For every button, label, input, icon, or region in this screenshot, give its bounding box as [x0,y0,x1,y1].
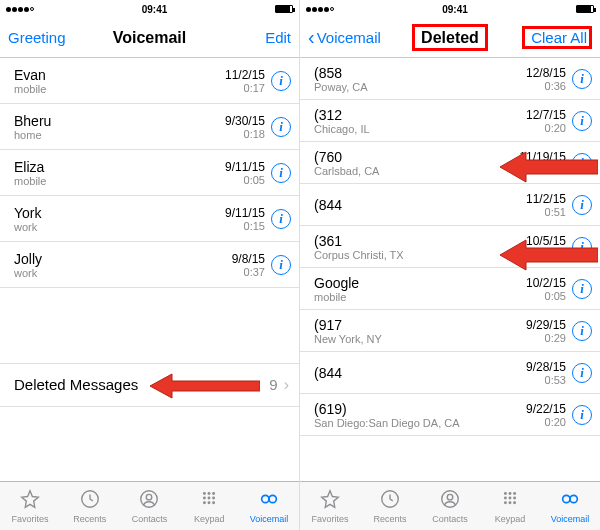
voicemail-row[interactable]: Googlemobile10/2/150:05i [300,268,600,310]
caller-name: (312 [314,107,526,123]
contacts-icon [138,488,160,512]
caller-name: (361 [314,233,526,249]
tab-favorites[interactable]: Favorites [300,482,360,530]
info-icon[interactable]: i [572,237,592,257]
info-icon[interactable]: i [572,279,592,299]
info-icon[interactable]: i [572,321,592,341]
svg-point-21 [509,492,512,495]
call-duration: 0:29 [545,332,566,344]
call-duration: 0:15 [244,220,265,232]
voicemail-row[interactable]: (917New York, NY9/29/150:29i [300,310,600,352]
svg-marker-0 [150,374,260,398]
voicemail-row[interactable]: (760Carlsbad, CA11/19/150:19i [300,142,600,184]
voicemail-row[interactable]: (619)San Diego:San Diego DA, CA9/22/150:… [300,394,600,436]
tab-label: Favorites [311,514,348,524]
call-duration: 0:36 [545,80,566,92]
tab-bar: FavoritesRecentsContactsKeypadVoicemail [300,481,600,530]
call-duration: 0:05 [545,290,566,302]
tab-label: Contacts [132,514,168,524]
call-duration: 0:19 [545,164,566,176]
info-icon[interactable]: i [572,111,592,131]
tab-contacts[interactable]: Contacts [420,482,480,530]
call-date: 9/11/15 [225,206,265,220]
call-date: 11/2/15 [526,192,566,206]
caller-sub: mobile [14,175,225,187]
tab-recents[interactable]: Recents [60,482,120,530]
nav-bar: Greeting Voicemail Edit [0,18,299,58]
greeting-button[interactable]: Greeting [8,29,78,46]
tab-label: Recents [73,514,106,524]
caller-name: (619) [314,401,526,417]
call-date: 11/19/15 [519,150,566,164]
info-icon[interactable]: i [572,195,592,215]
call-date: 9/29/15 [526,318,566,332]
voicemail-row[interactable]: Jollywork9/8/150:37i [0,242,299,288]
tab-contacts[interactable]: Contacts [120,482,180,530]
svg-point-14 [269,495,276,502]
voicemail-row[interactable]: Bheruhome9/30/150:18i [0,104,299,150]
voicemail-row[interactable]: Evanmobile11/2/150:17i [0,58,299,104]
caller-sub: New York, NY [314,333,526,345]
caller-name: (844 [314,365,526,381]
call-date: 12/7/15 [526,108,566,122]
info-icon[interactable]: i [572,405,592,425]
voicemail-row[interactable]: (8449/28/150:53i [300,352,600,394]
deleted-messages-row[interactable]: Deleted Messages 9 › [0,363,299,407]
call-date: 10/5/15 [526,234,566,248]
tab-label: Keypad [495,514,526,524]
tab-keypad[interactable]: Keypad [480,482,540,530]
voicemail-row[interactable]: Elizamobile9/11/150:05i [0,150,299,196]
svg-point-11 [208,501,211,504]
tab-label: Contacts [432,514,468,524]
edit-button[interactable]: Edit [221,29,291,46]
tab-label: Recents [373,514,406,524]
info-icon[interactable]: i [572,363,592,383]
chevron-left-icon: ‹ [308,27,315,47]
call-duration: 0:05 [244,174,265,186]
caller-name: Evan [14,67,225,83]
info-icon[interactable]: i [271,163,291,183]
nav-bar: ‹Voicemail Deleted Clear All [300,18,600,58]
caller-sub: Carlsbad, CA [314,165,519,177]
info-icon[interactable]: i [572,69,592,89]
caller-name: (858 [314,65,526,81]
clear-all-button[interactable]: Clear All [522,26,592,49]
info-icon[interactable]: i [271,117,291,137]
call-date: 9/22/15 [526,402,566,416]
caller-sub: Chicago, IL [314,123,526,135]
voicemail-screen: 09:41 Greeting Voicemail Edit Evanmobile… [0,0,300,530]
status-bar: 09:41 [0,0,299,18]
tab-favorites[interactable]: Favorites [0,482,60,530]
svg-point-9 [212,497,215,500]
voicemail-row[interactable]: (312Chicago, IL12/7/150:20i [300,100,600,142]
tab-voicemail[interactable]: Voicemail [540,482,600,530]
caller-name: (760 [314,149,519,165]
tab-voicemail[interactable]: Voicemail [239,482,299,530]
voicemail-row[interactable]: (84411/2/150:51i [300,184,600,226]
svg-point-28 [513,501,516,504]
call-date: 9/28/15 [526,360,566,374]
svg-point-12 [212,501,215,504]
deleted-messages-label: Deleted Messages [14,376,138,393]
voicemail-list: Evanmobile11/2/150:17iBheruhome9/30/150:… [0,58,299,363]
call-date: 11/2/15 [225,68,265,82]
info-icon[interactable]: i [572,153,592,173]
info-icon[interactable]: i [271,255,291,275]
tab-recents[interactable]: Recents [360,482,420,530]
voicemail-row[interactable]: (361Corpus Christi, TX10/5/150:47i [300,226,600,268]
info-icon[interactable]: i [271,71,291,91]
svg-point-5 [208,492,211,495]
voicemail-row[interactable]: (858Poway, CA12/8/150:36i [300,58,600,100]
tab-keypad[interactable]: Keypad [179,482,239,530]
voicemail-row[interactable]: Yorkwork9/11/150:15i [0,196,299,242]
caller-sub: mobile [314,291,526,303]
info-icon[interactable]: i [271,209,291,229]
favorites-icon [19,488,41,512]
svg-point-20 [504,492,507,495]
tab-bar: FavoritesRecentsContactsKeypadVoicemail [0,481,299,530]
back-button[interactable]: ‹Voicemail [308,28,381,48]
call-duration: 0:53 [545,374,566,386]
call-duration: 0:37 [244,266,265,278]
svg-point-7 [203,497,206,500]
status-time: 09:41 [142,4,168,15]
